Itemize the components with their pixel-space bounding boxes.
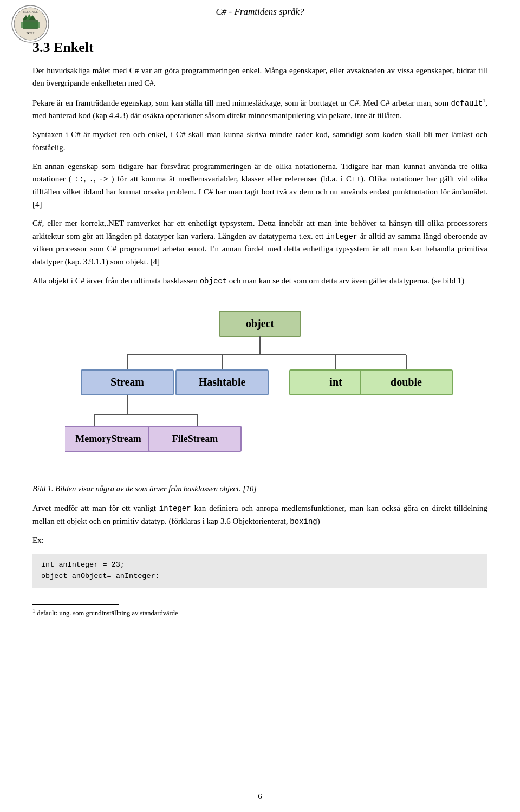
svg-text:BLEKINGE: BLEKINGE	[23, 10, 38, 14]
object-label: object	[246, 317, 275, 330]
footnote-line	[32, 604, 119, 605]
code-block: int anInteger = 23; object anObject= anI…	[32, 554, 487, 588]
diagram-svg: object Stream Hashtable int	[65, 301, 455, 474]
footnote: 1 default: ung. som grundinställning av …	[32, 607, 487, 619]
svg-rect-3	[21, 22, 40, 28]
section-heading: 3.3 Enkelt	[32, 40, 487, 56]
page-number: 6	[0, 792, 520, 801]
ex-label: Ex:	[32, 534, 487, 547]
para-1: Det huvudsakliga målet med C# var att gö…	[32, 64, 487, 90]
para-6: Alla objekt i C# ärver från den ultimata…	[32, 275, 487, 288]
para-3: Syntaxen i C# är mycket ren och enkel, i…	[32, 128, 487, 154]
footnote-text: default: ung. som grundinställning av st…	[37, 609, 178, 617]
diagram-caption: Bild 1. Bilden visar några av de som ärv…	[32, 483, 487, 495]
svg-text:double: double	[391, 376, 422, 388]
svg-text:Stream: Stream	[110, 376, 144, 388]
inline-code-boxing: boxing	[290, 517, 317, 526]
svg-text:BTH: BTH	[27, 31, 35, 35]
footnote-number: 1	[32, 608, 35, 614]
logo: BTH BLEKINGE	[11, 4, 50, 43]
svg-text:MemoryStream: MemoryStream	[75, 433, 141, 444]
para-7: Arvet medför att man för ett vanligt int…	[32, 502, 487, 528]
footnote-ref-1: 1	[483, 98, 485, 103]
header-title: C# - Framtidens språk?	[216, 7, 304, 17]
main-content: 3.3 Enkelt Det huvudsakliga målet med C#…	[0, 22, 520, 658]
inline-code-arrow: ->	[99, 175, 108, 184]
para-2: Pekare är en framträdande egenskap, som …	[32, 96, 487, 122]
svg-text:Hashtable: Hashtable	[199, 376, 246, 388]
inline-code-object: object	[200, 277, 227, 285]
inheritance-diagram: object Stream Hashtable int	[32, 301, 487, 474]
inline-code-integer: integer	[326, 232, 358, 241]
code-text: int anInteger = 23; object anObject= anI…	[41, 561, 160, 581]
inline-code-integer2: integer	[159, 504, 191, 513]
page-header: BTH BLEKINGE C# - Framtidens språk?	[0, 0, 520, 22]
para-4: En annan egenskap som tidigare har försv…	[32, 160, 487, 211]
page: BTH BLEKINGE C# - Framtidens språk? 3.3 …	[0, 0, 520, 812]
svg-text:FileStream: FileStream	[172, 433, 218, 444]
inline-code-dot: .	[89, 175, 93, 184]
inline-code-notations: ::	[75, 175, 84, 184]
inline-code-default: default	[451, 99, 483, 108]
svg-text:int: int	[329, 376, 342, 388]
para-5: C#, eller mer korrekt,.NET ramverket har…	[32, 217, 487, 268]
